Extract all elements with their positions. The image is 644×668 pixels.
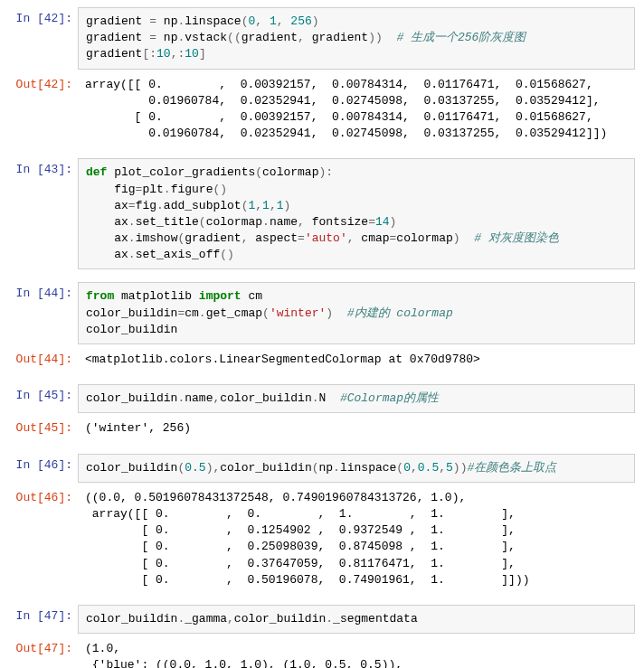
output-cell: Out[44]:<matplotlib.colors.LinearSegment… bbox=[9, 348, 635, 372]
output-cell: Out[46]:((0.0, 0.50196078431372548, 0.74… bbox=[9, 486, 635, 592]
input-cell: In [46]:color_buildin(0.5),color_buildin… bbox=[9, 454, 635, 483]
input-prompt: In [46]: bbox=[9, 454, 78, 483]
code-input[interactable]: from matplotlib import cm color_buildin=… bbox=[78, 282, 635, 344]
input-cell: In [47]:color_buildin._gamma,color_build… bbox=[9, 605, 635, 634]
output-prompt: Out[44]: bbox=[9, 348, 78, 372]
output-cell: Out[45]:('winter', 256) bbox=[9, 417, 635, 440]
code-input[interactable]: color_buildin(0.5),color_buildin(np.lins… bbox=[78, 454, 635, 483]
output-cell: Out[42]:array([[ 0. , 0.00392157, 0.0078… bbox=[9, 73, 635, 146]
code-output: ('winter', 256) bbox=[78, 417, 635, 440]
input-prompt: In [42]: bbox=[9, 7, 78, 70]
notebook-root: In [42]:gradient = np.linspace(0, 1, 256… bbox=[9, 7, 635, 668]
code-input[interactable]: color_buildin.name,color_buildin.N #Colo… bbox=[78, 384, 635, 413]
input-prompt: In [44]: bbox=[9, 282, 78, 344]
output-prompt: Out[46]: bbox=[9, 486, 78, 592]
code-input[interactable]: color_buildin._gamma,color_buildin._segm… bbox=[78, 605, 635, 634]
output-prompt: Out[42]: bbox=[9, 73, 78, 146]
input-cell: In [42]:gradient = np.linspace(0, 1, 256… bbox=[9, 7, 635, 70]
input-prompt: In [43]: bbox=[9, 158, 78, 269]
output-prompt: Out[45]: bbox=[9, 417, 78, 440]
input-cell: In [43]:def plot_color_gradients(colorma… bbox=[9, 158, 635, 269]
input-prompt: In [47]: bbox=[9, 605, 78, 634]
code-output: ((0.0, 0.50196078431372548, 0.7490196078… bbox=[78, 486, 635, 592]
code-output: array([[ 0. , 0.00392157, 0.00784314, 0.… bbox=[78, 73, 635, 146]
code-input[interactable]: gradient = np.linspace(0, 1, 256) gradie… bbox=[78, 7, 635, 70]
input-cell: In [44]:from matplotlib import cm color_… bbox=[9, 282, 635, 344]
input-prompt: In [45]: bbox=[9, 384, 78, 413]
output-cell: Out[47]:(1.0, {'blue': ((0.0, 1.0, 1.0),… bbox=[9, 637, 635, 668]
code-output: (1.0, {'blue': ((0.0, 1.0, 1.0), (1.0, 0… bbox=[78, 637, 635, 668]
output-prompt: Out[47]: bbox=[9, 637, 78, 668]
code-output: <matplotlib.colors.LinearSegmentedColorm… bbox=[78, 348, 635, 372]
input-cell: In [45]:color_buildin.name,color_buildin… bbox=[9, 384, 635, 413]
code-input[interactable]: def plot_color_gradients(colormap): fig=… bbox=[78, 158, 635, 269]
